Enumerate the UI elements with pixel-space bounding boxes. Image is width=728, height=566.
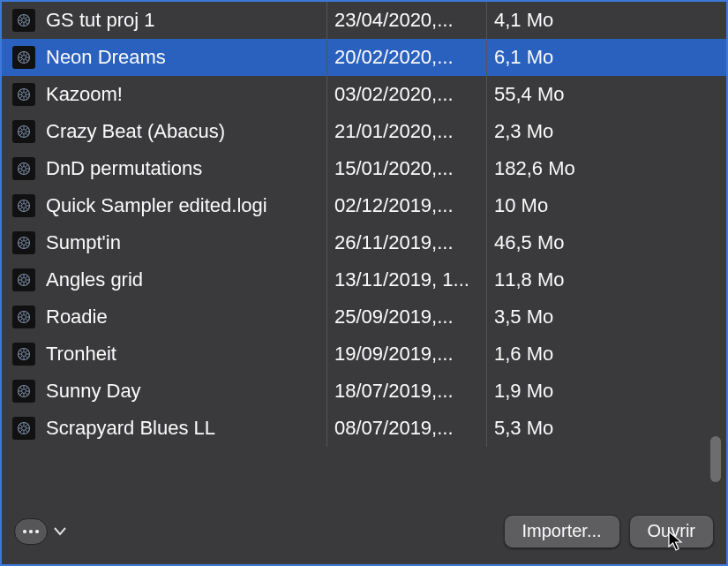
file-name: Kazoom! xyxy=(46,83,326,106)
svg-point-72 xyxy=(23,529,26,532)
project-file-icon xyxy=(12,268,35,291)
table-row[interactable]: Scrapyard Blues LL08/07/2019,...5,3 Mo xyxy=(2,410,726,447)
project-file-icon xyxy=(12,306,35,328)
file-date: 19/09/2019,... xyxy=(327,343,486,366)
chevron-down-icon xyxy=(54,527,66,536)
file-size: 1,9 Mo xyxy=(487,380,726,403)
file-name: Sunny Day xyxy=(46,380,326,403)
project-file-icon xyxy=(12,83,35,106)
project-file-icon xyxy=(12,120,35,143)
file-date: 23/04/2020,... xyxy=(327,9,486,32)
open-file-dialog: GS tut proj 123/04/2020,...4,1 MoNeon Dr… xyxy=(0,0,728,566)
table-row[interactable]: DnD permutations15/01/2020,...182,6 Mo xyxy=(2,150,726,187)
project-file-icon xyxy=(12,231,35,254)
file-icon-cell xyxy=(2,157,46,180)
file-date: 15/01/2020,... xyxy=(327,157,486,180)
open-button-label: Ouvrir xyxy=(648,521,695,541)
svg-point-5 xyxy=(22,19,26,23)
file-name: DnD permutations xyxy=(46,157,326,180)
svg-point-35 xyxy=(22,204,26,208)
import-button-label: Importer... xyxy=(522,521,602,541)
file-size: 10 Mo xyxy=(487,194,726,217)
file-size: 6,1 Mo xyxy=(487,46,726,69)
file-date: 08/07/2019,... xyxy=(327,417,486,440)
svg-point-47 xyxy=(22,278,26,283)
file-date: 13/11/2019, 1... xyxy=(327,268,486,291)
table-row[interactable]: Crazy Beat (Abacus)21/01/2020,...2,3 Mo xyxy=(2,113,726,150)
file-size: 2,3 Mo xyxy=(487,120,726,143)
table-row[interactable]: Angles grid13/11/2019, 1...11,8 Mo xyxy=(2,261,726,298)
ellipsis-icon xyxy=(22,529,40,534)
file-icon-cell xyxy=(2,231,46,254)
table-row[interactable]: Sunny Day18/07/2019,...1,9 Mo xyxy=(2,373,726,410)
file-icon-cell xyxy=(2,83,46,106)
file-date: 03/02/2020,... xyxy=(327,83,486,106)
file-size: 1,6 Mo xyxy=(487,343,726,366)
file-size: 11,8 Mo xyxy=(487,268,726,291)
scrollbar-track[interactable] xyxy=(709,4,723,498)
file-icon-cell xyxy=(2,306,46,328)
svg-point-65 xyxy=(22,389,26,394)
file-name: Sumpt'in xyxy=(46,231,326,254)
scrollbar-thumb[interactable] xyxy=(710,436,721,482)
table-row[interactable]: Kazoom!03/02/2020,...55,4 Mo xyxy=(2,76,726,113)
svg-point-29 xyxy=(22,167,26,171)
file-icon-cell xyxy=(2,194,46,217)
file-name: Angles grid xyxy=(46,268,326,291)
file-icon-cell xyxy=(2,417,46,440)
file-name: Scrapyard Blues LL xyxy=(46,417,326,440)
file-icon-cell xyxy=(2,9,46,32)
open-button[interactable]: Ouvrir xyxy=(629,515,714,548)
file-name: Roadie xyxy=(46,306,326,328)
svg-point-41 xyxy=(22,241,26,245)
file-date: 26/11/2019,... xyxy=(327,231,486,254)
file-size: 182,6 Mo xyxy=(487,157,726,180)
table-row[interactable]: GS tut proj 123/04/2020,...4,1 Mo xyxy=(2,2,726,39)
import-button[interactable]: Importer... xyxy=(504,515,620,548)
file-name: GS tut proj 1 xyxy=(46,9,326,32)
table-row[interactable]: Roadie25/09/2019,...3,5 Mo xyxy=(2,298,726,336)
file-date: 20/02/2020,... xyxy=(327,46,486,69)
file-name: Neon Dreams xyxy=(46,46,326,69)
project-file-icon xyxy=(12,157,35,180)
project-file-icon xyxy=(12,380,35,403)
svg-point-74 xyxy=(35,529,39,532)
file-size: 55,4 Mo xyxy=(487,83,726,106)
file-icon-cell xyxy=(2,46,46,69)
svg-point-11 xyxy=(22,56,26,60)
table-row[interactable]: Sumpt'in26/11/2019,...46,5 Mo xyxy=(2,224,726,261)
table-row[interactable]: Tronheit19/09/2019,...1,6 Mo xyxy=(2,336,726,373)
file-date: 18/07/2019,... xyxy=(327,380,486,403)
file-date: 25/09/2019,... xyxy=(327,306,486,328)
file-icon-cell xyxy=(2,268,46,291)
project-file-icon xyxy=(12,9,35,32)
options-menu-group xyxy=(14,518,71,545)
file-name: Quick Sampler edited.logi xyxy=(46,194,326,217)
file-size: 3,5 Mo xyxy=(487,306,726,328)
options-menu-chevron[interactable] xyxy=(49,518,71,545)
table-row[interactable]: Neon Dreams20/02/2020,...6,1 Mo xyxy=(2,39,726,76)
file-size: 5,3 Mo xyxy=(487,417,726,440)
file-name: Crazy Beat (Abacus) xyxy=(46,120,326,143)
project-file-icon xyxy=(12,343,35,366)
project-file-icon xyxy=(12,194,35,217)
file-date: 21/01/2020,... xyxy=(327,120,486,143)
file-date: 02/12/2019,... xyxy=(327,194,486,217)
project-file-icon xyxy=(12,46,35,69)
file-icon-cell xyxy=(2,120,46,143)
dialog-footer: Importer... Ouvrir xyxy=(2,502,726,564)
file-icon-cell xyxy=(2,343,46,366)
svg-point-17 xyxy=(22,93,26,97)
project-file-icon xyxy=(12,417,35,440)
svg-point-23 xyxy=(22,130,26,134)
file-list[interactable]: GS tut proj 123/04/2020,...4,1 MoNeon Dr… xyxy=(2,2,726,502)
svg-point-53 xyxy=(22,315,26,320)
file-icon-cell xyxy=(2,380,46,403)
svg-point-73 xyxy=(29,529,33,532)
file-size: 4,1 Mo xyxy=(487,9,726,32)
svg-point-71 xyxy=(22,426,26,431)
file-size: 46,5 Mo xyxy=(487,231,726,254)
file-name: Tronheit xyxy=(46,343,326,366)
table-row[interactable]: Quick Sampler edited.logi02/12/2019,...1… xyxy=(2,187,726,224)
options-menu-button[interactable] xyxy=(14,518,48,545)
